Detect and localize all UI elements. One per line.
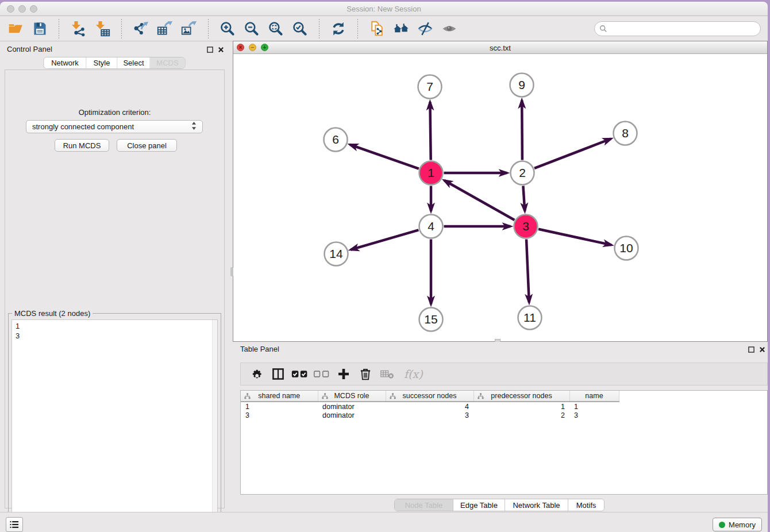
scrollbar-track[interactable] <box>212 320 217 526</box>
node-1[interactable]: 1 <box>419 161 443 185</box>
column-header-successor-nodes[interactable]: successor nodes <box>386 391 473 402</box>
mcds-result-title: MCDS result (2 nodes) <box>12 309 93 318</box>
column-header-shared-name[interactable]: shared name <box>241 391 318 402</box>
zoom-selected-icon[interactable] <box>291 20 309 37</box>
cell-MCDS-role[interactable]: dominator <box>318 411 386 420</box>
zoom-fit-icon[interactable] <box>267 20 284 37</box>
export-image-icon[interactable] <box>180 20 198 37</box>
memory-button[interactable]: Memory <box>713 518 762 531</box>
split-panel-icon[interactable] <box>270 367 287 381</box>
mcds-result-text[interactable]: 13 <box>11 319 218 527</box>
network-view-window: × − + scc.txt 7968124314101511 <box>233 41 768 342</box>
cell-shared-name[interactable]: 3 <box>241 411 318 420</box>
tab-style[interactable]: Style <box>87 57 118 68</box>
node-14[interactable]: 14 <box>325 242 348 266</box>
cell-successor-nodes[interactable]: 3 <box>386 411 473 420</box>
cell-name[interactable]: 1 <box>569 402 619 411</box>
toggle-graphics-icon[interactable] <box>417 20 434 37</box>
node-6[interactable]: 6 <box>324 128 348 152</box>
zoom-out-icon[interactable] <box>243 20 260 37</box>
criterion-select[interactable]: strongly connected component <box>26 120 203 133</box>
network-canvas[interactable]: 7968124314101511 <box>233 54 767 341</box>
toolbar-separator <box>121 19 122 38</box>
close-panel-icon[interactable] <box>217 45 225 53</box>
splitter-handle[interactable] <box>230 267 233 276</box>
run-mcds-button[interactable]: Run MCDS <box>55 139 109 152</box>
add-column-icon[interactable] <box>335 367 352 381</box>
close-panel-button[interactable]: Close panel <box>117 139 177 152</box>
main-toolbar <box>0 16 768 41</box>
node-9[interactable]: 9 <box>510 74 534 97</box>
search-icon <box>599 25 607 33</box>
node-15[interactable]: 15 <box>419 308 443 331</box>
search-box[interactable] <box>594 21 761 36</box>
node-label: 14 <box>329 247 343 260</box>
table-row[interactable]: 3dominator323 <box>241 411 619 420</box>
clone-network-icon[interactable] <box>368 20 386 37</box>
edge-1-6[interactable] <box>350 145 419 169</box>
node-8[interactable]: 8 <box>614 122 637 145</box>
cell-successor-nodes[interactable]: 4 <box>386 402 473 411</box>
edge-2-8[interactable] <box>534 139 611 168</box>
node-4[interactable]: 4 <box>419 215 443 238</box>
deselect-all-checkbox-icon[interactable] <box>313 367 330 381</box>
node-7[interactable]: 7 <box>418 75 442 99</box>
node-label: 15 <box>424 313 437 326</box>
node-11[interactable]: 11 <box>518 306 542 330</box>
node-10[interactable]: 10 <box>615 237 638 260</box>
edge-2-3[interactable] <box>523 186 525 211</box>
toolbar-separator <box>208 19 209 38</box>
cell-name[interactable]: 3 <box>569 411 619 420</box>
cell-MCDS-role[interactable]: dominator <box>318 402 386 411</box>
node-table: shared nameMCDS rolesuccessor nodesprede… <box>241 391 619 420</box>
table-row[interactable]: 1dominator411 <box>241 402 619 411</box>
tab-edge-table[interactable]: Edge Table <box>453 499 505 511</box>
show-all-windows-icon[interactable] <box>392 20 410 37</box>
node-2[interactable]: 2 <box>511 161 534 185</box>
tab-network[interactable]: Network <box>44 57 87 68</box>
tab-network-table[interactable]: Network Table <box>505 499 568 511</box>
node-label: 6 <box>332 133 339 146</box>
cell-predecessor-nodes[interactable]: 1 <box>473 402 569 411</box>
close-table-panel-icon[interactable] <box>758 345 766 353</box>
search-input[interactable] <box>611 24 756 33</box>
export-network-icon[interactable] <box>132 20 149 37</box>
delete-column-icon[interactable] <box>357 367 374 381</box>
tab-motifs[interactable]: Motifs <box>568 499 604 511</box>
select-all-checkbox-icon[interactable] <box>291 367 309 381</box>
node-label: 7 <box>426 80 433 93</box>
tab-node-table[interactable]: Node Table <box>395 499 453 511</box>
cell-predecessor-nodes[interactable]: 2 <box>473 411 569 420</box>
table-tab-area: Node TableEdge TableNetwork TableMotifs <box>229 499 768 511</box>
import-table-icon[interactable] <box>94 20 111 37</box>
open-session-icon[interactable] <box>7 20 24 37</box>
node-table-container: shared nameMCDS rolesuccessor nodesprede… <box>240 390 768 495</box>
edge-2-9[interactable] <box>522 101 522 160</box>
toolbar-separator <box>357 19 358 38</box>
tab-select[interactable]: Select <box>118 57 151 68</box>
column-header-predecessor-nodes[interactable]: predecessor nodes <box>473 391 569 402</box>
edge-4-14[interactable] <box>351 230 418 249</box>
edge-3-1[interactable] <box>444 180 514 220</box>
edge-1-7[interactable] <box>430 102 430 160</box>
tab-mcds[interactable]: MCDS <box>151 57 185 68</box>
refresh-icon[interactable] <box>330 20 347 37</box>
float-table-panel-icon[interactable] <box>747 345 755 353</box>
node-label: 3 <box>522 219 529 233</box>
gear-icon[interactable] <box>248 367 265 381</box>
export-table-icon[interactable] <box>156 20 174 37</box>
edge-3-11[interactable] <box>526 240 529 303</box>
edge-3-10[interactable] <box>538 229 611 245</box>
float-panel-icon[interactable] <box>206 45 214 53</box>
cell-shared-name[interactable]: 1 <box>241 402 318 411</box>
zoom-in-icon[interactable] <box>219 20 236 37</box>
column-header-MCDS-role[interactable]: MCDS role <box>318 391 386 402</box>
import-network-icon[interactable] <box>70 20 87 37</box>
column-header-name[interactable]: name <box>569 391 619 402</box>
save-session-icon[interactable] <box>31 20 48 37</box>
task-history-button[interactable] <box>6 517 23 532</box>
column-label: predecessor nodes <box>491 392 552 400</box>
node-label: 2 <box>519 166 526 179</box>
node-3[interactable]: 3 <box>514 215 538 238</box>
network-window-titlebar[interactable]: × − + scc.txt <box>233 41 767 54</box>
